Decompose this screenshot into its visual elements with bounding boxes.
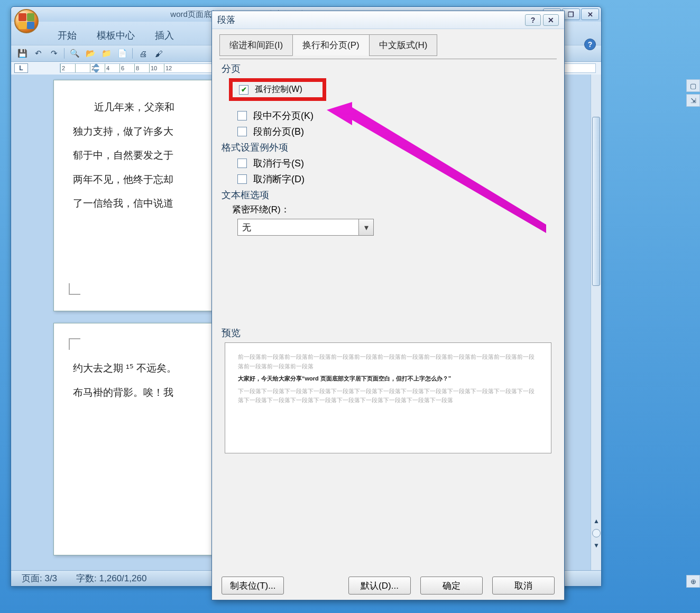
ruler-mark: 12 [164, 64, 179, 72]
body-text: 郁于中，自然要发之于 [73, 143, 217, 168]
ruler-mark: 2 [60, 64, 75, 72]
section-textbox-options: 文本框选项 [222, 189, 557, 201]
default-button[interactable]: 默认(D)... [348, 577, 411, 595]
checkbox-label: 取消行号(S) [253, 157, 304, 170]
tight-wrap-label: 紧密环绕(R)： [232, 203, 557, 216]
ruler-mark: 8 [134, 64, 149, 72]
body-text: 了一信给我，信中说道 [73, 191, 217, 216]
ruler-mark: 4 [105, 64, 119, 72]
document-page-1[interactable]: 近几年来，父亲和 独力支持，做了许多大 郁于中，自然要发之于 两年不见，他终于忘… [53, 80, 228, 311]
preview-grey-text: 下一段落下一段落下一段落下一段落下一段落下一段落下一段落下一段落下一段落下一段落… [238, 387, 538, 405]
highlight-annotation: 孤行控制(W) [229, 78, 326, 101]
word-count[interactable]: 字数: 1,260/1,260 [76, 572, 146, 584]
tab-asian-typography[interactable]: 中文版式(H) [369, 34, 438, 56]
tight-wrap-dropdown[interactable]: 无 ▾ [237, 219, 557, 236]
dialog-titlebar[interactable]: 段落 ? ✕ [212, 11, 564, 29]
dialog-footer: 制表位(T)... 默认(D)... 确定 取消 [212, 577, 564, 595]
checkbox-label: 孤行控制(W) [255, 84, 302, 95]
paragraph-dialog: 段落 ? ✕ 缩进和间距(I) 换行和分页(P) 中文版式(H) 分页 孤行控制… [211, 11, 565, 600]
body-text: 两年不见，他终于忘却 [73, 168, 217, 192]
prev-page-icon[interactable]: ▲ [593, 517, 600, 525]
cancel-button[interactable]: 取消 [492, 577, 555, 595]
preview-box: 前一段落前一段落前一段落前一段落前一段落前一段落前一段落前一段落前一段落前一段落… [225, 342, 551, 453]
dialog-close-button[interactable]: ✕ [543, 14, 559, 26]
next-page-icon[interactable]: ▼ [593, 542, 600, 549]
page-margin-mark [69, 338, 80, 350]
hanging-indent-marker[interactable] [93, 69, 99, 73]
tabs-button[interactable]: 制表位(T)... [222, 577, 284, 595]
close-button[interactable]: ✕ [581, 8, 599, 20]
section-pagination: 分页 [222, 62, 557, 75]
folder-icon[interactable]: 📁 [99, 47, 113, 60]
tab-line-page-breaks[interactable]: 换行和分页(P) [292, 34, 370, 56]
undo-icon[interactable]: ↶ [31, 47, 45, 60]
save-icon[interactable]: 💾 [15, 47, 29, 60]
help-icon[interactable]: ? [584, 39, 596, 50]
brush-icon[interactable]: 🖌 [152, 47, 165, 60]
body-text: 约大去之期 ¹⁵ 不远矣。 [73, 356, 217, 380]
open-icon[interactable]: 📂 [84, 47, 97, 60]
dialog-title: 段落 [217, 14, 235, 26]
checkbox-label: 取消断字(D) [253, 173, 305, 185]
new-doc-icon[interactable]: 📄 [115, 47, 129, 60]
document-page-2[interactable]: 约大去之期 ¹⁵ 不远矣。 布马褂的背影。唉！我 [53, 323, 228, 555]
redo-icon[interactable]: ↷ [47, 47, 61, 60]
chevron-down-icon[interactable]: ▾ [359, 219, 374, 236]
section-preview: 预览 [222, 327, 557, 339]
preview-sample-text: 大家好，今天给大家分享“word 页面底部文字居下页面空白，但打不上字怎么办？” [238, 374, 538, 384]
ruler-mark [75, 64, 90, 72]
dialog-tab-row: 缩进和间距(I) 换行和分页(P) 中文版式(H) [219, 34, 557, 56]
print-icon[interactable]: 🖨 [136, 47, 150, 60]
select-browse-object-icon[interactable] [592, 529, 601, 537]
ribbon-tab-home[interactable]: 开始 [48, 26, 86, 45]
checkbox-keep-lines-together[interactable] [237, 111, 247, 120]
office-button[interactable] [14, 9, 39, 33]
print-preview-icon[interactable]: 🔍 [68, 47, 81, 60]
restore-button[interactable]: ❐ [562, 8, 580, 20]
ribbon-tab-insert[interactable]: 插入 [145, 26, 183, 45]
section-exceptions: 格式设置例外项 [222, 141, 557, 154]
tab-stop-type[interactable]: L [14, 63, 28, 73]
ok-button[interactable]: 确定 [420, 577, 483, 595]
preview-grey-text: 前一段落前一段落前一段落前一段落前一段落前一段落前一段落前一段落前一段落前一段落… [238, 352, 538, 371]
body-text: 独力支持，做了许多大 [73, 119, 217, 144]
scroll-thumb[interactable] [592, 117, 600, 286]
body-text: 近几年来，父亲和 [73, 95, 217, 119]
body-text: 布马褂的背影。唉！我 [73, 380, 217, 405]
tight-wrap-value: 无 [237, 219, 359, 236]
checkbox-label: 段前分页(B) [253, 125, 304, 138]
checkbox-label: 段中不分页(K) [253, 109, 314, 122]
checkbox-page-break-before[interactable] [237, 127, 247, 136]
page-margin-mark [69, 283, 80, 295]
page-indicator[interactable]: 页面: 3/3 [22, 572, 57, 584]
tab-indent-spacing[interactable]: 缩进和间距(I) [219, 34, 293, 56]
ruler-mark: 10 [149, 64, 164, 72]
ruler-toggle-icon[interactable]: ▢ [686, 79, 700, 92]
first-line-indent-marker[interactable] [93, 63, 99, 67]
checkbox-suppress-line-numbers[interactable] [237, 159, 247, 168]
zoom-plus-icon[interactable]: ⊕ [686, 575, 700, 588]
checkbox-no-hyphenation[interactable] [237, 174, 247, 184]
dialog-help-button[interactable]: ? [525, 14, 541, 26]
ruler-mark: 6 [119, 64, 134, 72]
checkbox-widow-control[interactable] [239, 85, 248, 95]
vertical-scrollbar[interactable]: ▲ ▼ [591, 75, 601, 570]
split-window-icon[interactable]: ⇲ [686, 94, 700, 107]
ribbon-tab-templates[interactable]: 模板中心 [87, 26, 144, 45]
